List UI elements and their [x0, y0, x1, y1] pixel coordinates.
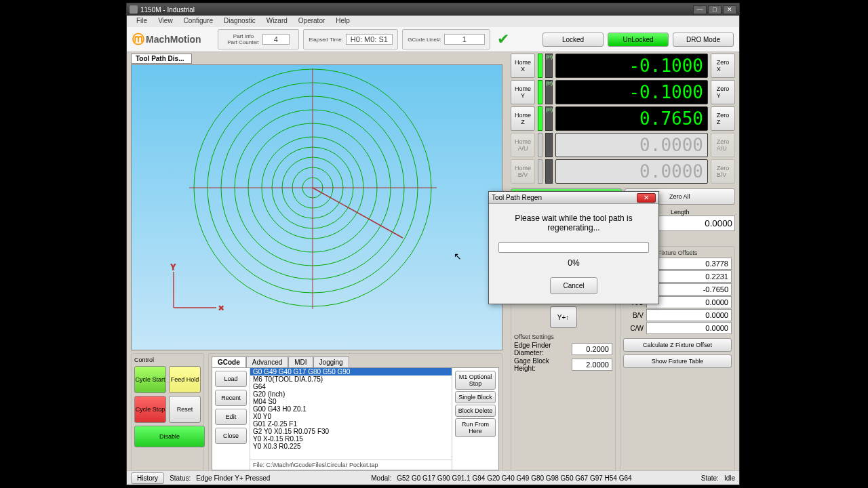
svg-line-12 — [313, 188, 403, 238]
axis-1-led — [538, 80, 542, 104]
gcode-panel: GCode Advanced MDI Jogging Load Recent E… — [208, 353, 502, 483]
dro-1-value[interactable]: -0.1000 — [555, 80, 708, 104]
fixture-C/W[interactable] — [646, 322, 732, 334]
block-delete-button[interactable]: Block Delete — [455, 405, 496, 417]
locked-button[interactable]: Locked — [542, 33, 604, 47]
menu-operator[interactable]: Operator — [293, 16, 330, 27]
control-panel: Control Cycle Start Feed Hold Cycle Stop… — [131, 353, 204, 483]
dialog-cancel-button[interactable]: Cancel — [550, 277, 597, 294]
dialog-close-button[interactable]: ✕ — [637, 193, 656, 203]
dro-mode-button[interactable]: DRO Mode — [673, 33, 734, 47]
menu-help[interactable]: Help — [330, 16, 355, 27]
single-block-button[interactable]: Single Block — [455, 391, 496, 403]
state-text: Idle — [724, 474, 735, 482]
axis-0-led — [538, 54, 542, 78]
control-title: Control — [134, 357, 201, 363]
menu-wizard[interactable]: Wizard — [261, 16, 293, 27]
modal-text: G52 G0 G17 G90 G91.1 G94 G20 G40 G49 G80… — [397, 474, 695, 482]
menu-file[interactable]: File — [131, 16, 153, 27]
dro-0-value[interactable]: -0.1000 — [555, 54, 708, 78]
progress-pct: 0% — [498, 258, 649, 268]
load-button[interactable]: Load — [215, 371, 247, 387]
m1-stop-button[interactable]: M1 Optional Stop — [455, 371, 496, 390]
axis-4-led — [538, 159, 542, 184]
fixture-B/V[interactable] — [646, 309, 732, 321]
dro-2-value[interactable]: 0.7650 — [555, 106, 708, 131]
status-msg: Edge Finder Y+ Pressed — [196, 474, 366, 482]
menu-diagnostic[interactable]: Diagnostic — [218, 16, 261, 27]
tab-mdi[interactable]: MDI — [288, 357, 313, 367]
home-4-button[interactable]: HomeB/V — [511, 159, 535, 184]
menubar: File View Configure Diagnostic Wizard Op… — [127, 16, 739, 27]
svg-text:Y: Y — [171, 264, 176, 271]
zero-2-button[interactable]: ZeroZ — [711, 106, 735, 131]
edge-y-plus[interactable]: Y+↑ — [550, 306, 577, 328]
unlocked-button[interactable]: UnLocked — [608, 33, 669, 47]
cycle-start-button[interactable]: Cycle Start — [134, 366, 166, 393]
edit-button[interactable]: Edit — [215, 409, 247, 425]
gcode-line: GCode Line#: 1 — [402, 29, 490, 49]
part-counter: 4 — [262, 34, 290, 45]
app-icon — [130, 5, 138, 14]
toolpath-viewport[interactable]: ✕ Y — [131, 64, 502, 350]
gage-height[interactable] — [572, 359, 612, 371]
cycle-stop-button[interactable]: Cycle Stop — [134, 396, 166, 423]
recent-button[interactable]: Recent — [215, 390, 247, 406]
zero-1-button[interactable]: ZeroY — [711, 80, 735, 104]
check-icon: ✔ — [494, 30, 512, 48]
disable-button[interactable]: Disable — [134, 426, 205, 447]
logo: ⓜMachMotion — [132, 30, 214, 49]
feed-hold-button[interactable]: Feed Hold — [169, 366, 201, 393]
window-title: 1150M - Industrial — [140, 6, 195, 14]
maximize-button[interactable]: □ — [708, 5, 722, 14]
home-0-button[interactable]: HomeX — [511, 54, 535, 78]
history-button[interactable]: History — [131, 472, 164, 484]
dialog-title: Tool Path Regen — [492, 194, 542, 201]
run-from-here-button[interactable]: Run From Here — [455, 418, 496, 437]
close-button[interactable]: ✕ — [723, 5, 736, 14]
dialog-message: Please wait while the tool path is regen… — [498, 214, 649, 232]
calc-z-button[interactable]: Calculate Z Fixture Offset — [623, 338, 732, 352]
titlebar[interactable]: 1150M - Industrial — □ ✕ — [127, 3, 739, 16]
dro-3-value[interactable]: 0.0000 — [555, 133, 708, 157]
minimize-button[interactable]: — — [693, 5, 707, 14]
axis-2-led — [538, 106, 542, 131]
home-1-button[interactable]: HomeY — [511, 80, 535, 104]
statusbar: History Status: Edge Finder Y+ Pressed M… — [127, 470, 739, 485]
tab-gcode[interactable]: GCode — [212, 357, 246, 367]
zero-0-button[interactable]: ZeroX — [711, 54, 735, 78]
close-gcode-button[interactable]: Close — [215, 428, 247, 444]
tab-advanced[interactable]: Advanced — [246, 357, 288, 367]
home-2-button[interactable]: HomeZ — [511, 106, 535, 131]
elapsed-time: Elapsed Time: H0: M0: S1 — [303, 29, 398, 49]
zero-4-button[interactable]: ZeroB/V — [711, 159, 735, 184]
part-info: Part InfoPart Counter: 4 — [218, 29, 299, 49]
zero-3-button[interactable]: ZeroA/U — [711, 133, 735, 157]
show-fixture-button[interactable]: Show Fixture Table — [623, 354, 732, 368]
edge-diameter[interactable] — [572, 343, 612, 355]
reset-button[interactable]: Reset — [169, 396, 201, 423]
progress-bar — [498, 242, 649, 253]
home-3-button[interactable]: HomeA/U — [511, 133, 535, 157]
svg-text:✕: ✕ — [218, 304, 224, 312]
menu-configure[interactable]: Configure — [178, 16, 218, 27]
gcode-list[interactable]: G0 G49 G40 G17 G80 G50 G90 M6 T0(TOOL DI… — [250, 368, 452, 470]
regen-dialog: Tool Path Regen ✕ Please wait while the … — [488, 191, 659, 304]
menu-view[interactable]: View — [153, 16, 178, 27]
dro-4-value[interactable]: 0.0000 — [555, 159, 708, 184]
axis-3-led — [538, 133, 542, 157]
tab-jogging[interactable]: Jogging — [313, 357, 349, 367]
toolpath-tab[interactable]: Tool Path Dis... — [131, 54, 192, 64]
header-strip: ⓜMachMotion Part InfoPart Counter: 4 Ela… — [127, 27, 739, 52]
